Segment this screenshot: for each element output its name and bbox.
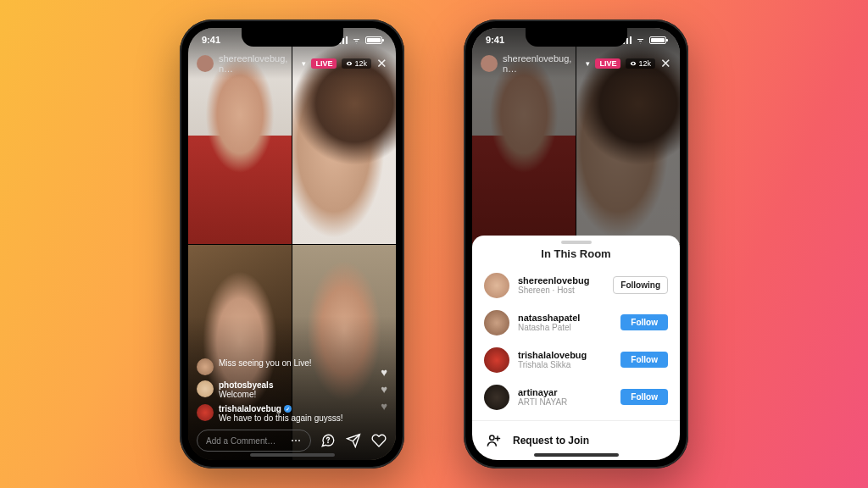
heart-icon: ♥ <box>381 383 387 396</box>
viewer-count-badge[interactable]: 12k <box>342 58 371 69</box>
heart-icon: ♥ <box>381 366 387 379</box>
participant-avatar <box>484 273 509 298</box>
sheet-title: In This Room <box>472 247 680 267</box>
verified-badge-icon: ✓ <box>284 405 292 413</box>
follow-button[interactable]: Follow <box>620 314 668 330</box>
comment-input[interactable]: Add a Comment… ⋯ <box>197 430 311 452</box>
comment-text: Miss seeing you on Live! <box>219 358 312 368</box>
commenter-avatar <box>197 404 214 421</box>
participant-displayname: Trishala Sikka <box>518 360 612 369</box>
comment-text: Welcome! <box>219 390 273 399</box>
status-time: 9:41 <box>486 35 504 45</box>
phone-right: 9:41 shereenlovebug, n… ▾ LIVE 12k ✕ In … <box>464 19 688 469</box>
participant-row[interactable]: artinayar ARTI NAYAR Follow <box>484 379 668 416</box>
screen-right: 9:41 shereenlovebug, n… ▾ LIVE 12k ✕ In … <box>472 28 680 460</box>
live-comment[interactable]: Miss seeing you on Live! <box>197 358 353 375</box>
participants-list: shereenlovebug Shereen · Host Following … <box>472 267 680 416</box>
participant-displayname: ARTI NAYAR <box>518 397 612 407</box>
in-this-room-sheet: In This Room shereenlovebug Shereen · Ho… <box>472 236 680 460</box>
host-username[interactable]: shereenlovebug, n… <box>219 53 297 74</box>
participant-username: shereenlovebug <box>518 275 604 286</box>
participant-username: artinayar <box>518 387 612 397</box>
participant-displayname: Shereen · Host <box>518 286 604 295</box>
commenter-avatar <box>197 380 214 397</box>
notch <box>242 28 343 47</box>
eye-icon <box>346 60 353 67</box>
commenter-avatar <box>197 358 214 375</box>
close-icon[interactable]: ✕ <box>660 56 671 71</box>
participant-row[interactable]: trishalalovebug Trishala Sikka Follow <box>484 341 668 379</box>
comment-placeholder: Add a Comment… <box>206 436 275 446</box>
battery-icon <box>649 36 666 44</box>
share-button[interactable] <box>345 432 362 449</box>
host-username[interactable]: shereenlovebug, n… <box>503 53 581 74</box>
host-avatar[interactable] <box>481 55 498 72</box>
more-icon[interactable]: ⋯ <box>291 435 302 446</box>
participant-row[interactable]: natasshapatel Natasha Patel Follow <box>484 304 668 341</box>
video-tile-3[interactable] <box>188 245 292 461</box>
viewer-count-badge[interactable]: 12k <box>626 58 655 69</box>
svg-point-1 <box>490 435 494 440</box>
phone-left: 9:41 shereenlovebug, n… ▾ LIVE 12k ✕ Mis <box>180 19 404 469</box>
participant-username: trishalalovebug <box>518 350 612 360</box>
svg-point-0 <box>328 442 329 443</box>
participant-avatar <box>484 310 509 336</box>
wifi-icon <box>351 36 362 44</box>
live-bottom-bar: Add a Comment… ⋯ <box>197 430 387 452</box>
wifi-icon <box>635 36 646 44</box>
eye-icon <box>630 60 637 67</box>
video-tile-4[interactable] <box>292 245 396 461</box>
follow-button[interactable]: Follow <box>620 352 668 368</box>
screen-left: 9:41 shereenlovebug, n… ▾ LIVE 12k ✕ Mis <box>188 28 396 460</box>
live-badge: LIVE <box>595 58 620 69</box>
comment-text: We have to do this again guysss! <box>219 413 343 423</box>
host-avatar[interactable] <box>197 55 214 72</box>
chevron-down-icon[interactable]: ▾ <box>586 59 590 68</box>
viewer-count: 12k <box>638 59 651 68</box>
floating-hearts: ♥ ♥ ♥ <box>381 366 387 413</box>
live-comment[interactable]: photosbyeals Welcome! <box>197 380 353 399</box>
close-icon[interactable]: ✕ <box>376 56 387 71</box>
request-to-join-label: Request to Join <box>513 435 589 446</box>
status-time: 9:41 <box>202 35 220 45</box>
viewer-count: 12k <box>354 59 367 68</box>
live-badge: LIVE <box>311 58 337 69</box>
participant-displayname: Natasha Patel <box>518 323 612 332</box>
sheet-handle[interactable] <box>561 241 592 244</box>
live-header: shereenlovebug, n… ▾ LIVE 12k ✕ <box>472 52 680 77</box>
following-button[interactable]: Following <box>613 276 668 294</box>
commenter-username: photosbyeals <box>219 380 273 390</box>
participant-avatar <box>484 385 509 410</box>
live-header: shereenlovebug, n… ▾ LIVE 12k ✕ <box>188 52 396 77</box>
participant-username: natasshapatel <box>518 313 612 323</box>
live-comment[interactable]: trishalalovebug ✓ We have to do this aga… <box>197 404 353 423</box>
commenter-username: trishalalovebug ✓ <box>219 404 343 413</box>
participant-row[interactable]: shereenlovebug Shereen · Host Following <box>484 267 668 304</box>
heart-icon: ♥ <box>381 400 387 413</box>
home-indicator[interactable] <box>250 453 335 457</box>
home-indicator[interactable] <box>534 453 619 457</box>
participant-avatar <box>484 347 509 373</box>
live-comments: Miss seeing you on Live! photosbyeals We… <box>197 358 353 423</box>
chevron-down-icon[interactable]: ▾ <box>302 59 306 68</box>
notch <box>526 28 627 47</box>
follow-button[interactable]: Follow <box>620 389 668 405</box>
like-button[interactable] <box>370 432 387 449</box>
battery-icon <box>365 36 382 44</box>
person-add-icon <box>484 431 503 450</box>
question-button[interactable] <box>320 432 337 449</box>
